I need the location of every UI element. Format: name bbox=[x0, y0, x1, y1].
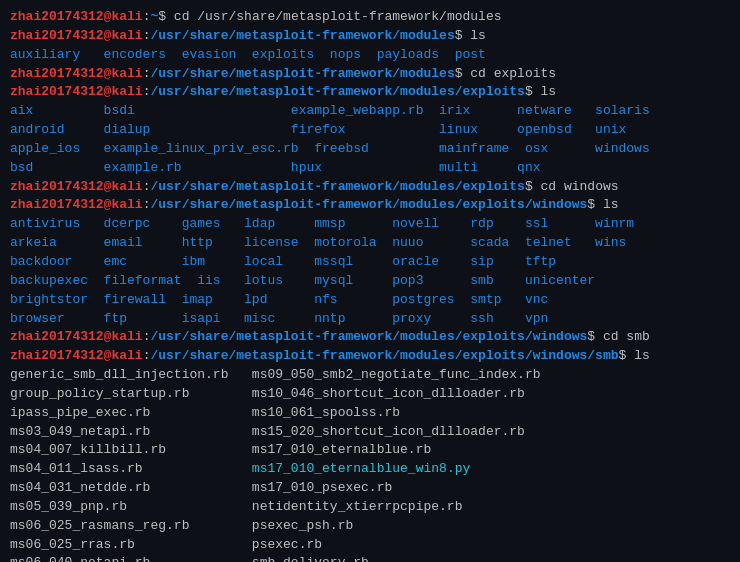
line-11: zhai20174312@kali:/usr/share/metasploit-… bbox=[10, 196, 730, 215]
line-23: ms03_049_netapi.rb ms15_020_shortcut_ico… bbox=[10, 423, 730, 442]
line-21: group_policy_startup.rb ms10_046_shortcu… bbox=[10, 385, 730, 404]
line-3: auxiliary encoders evasion exploits nops… bbox=[10, 46, 730, 65]
line-19: zhai20174312@kali:/usr/share/metasploit-… bbox=[10, 347, 730, 366]
line-1: zhai20174312@kali:~$ cd /usr/share/metas… bbox=[10, 8, 730, 27]
line-25: ms04_011_lsass.rb ms17_010_eternalblue_w… bbox=[10, 460, 730, 479]
line-24: ms04_007_killbill.rb ms17_010_eternalblu… bbox=[10, 441, 730, 460]
line-8: apple_ios example_linux_priv_esc.rb free… bbox=[10, 140, 730, 159]
line-27: ms05_039_pnp.rb netidentity_xtierrpcpipe… bbox=[10, 498, 730, 517]
line-30: ms06_040_netapi.rb smb_delivery.rb bbox=[10, 554, 730, 562]
line-14: backdoor emc ibm local mssql oracle sip … bbox=[10, 253, 730, 272]
line-7: android dialup firefox linux openbsd uni… bbox=[10, 121, 730, 140]
line-9: bsd example.rb hpux multi qnx bbox=[10, 159, 730, 178]
line-16: brightstor firewall imap lpd nfs postgre… bbox=[10, 291, 730, 310]
line-20: generic_smb_dll_injection.rb ms09_050_sm… bbox=[10, 366, 730, 385]
line-12: antivirus dcerpc games ldap mmsp novell … bbox=[10, 215, 730, 234]
line-28: ms06_025_rasmans_reg.rb psexec_psh.rb bbox=[10, 517, 730, 536]
line-18: zhai20174312@kali:/usr/share/metasploit-… bbox=[10, 328, 730, 347]
line-10: zhai20174312@kali:/usr/share/metasploit-… bbox=[10, 178, 730, 197]
line-15: backupexec fileformat iis lotus mysql po… bbox=[10, 272, 730, 291]
line-22: ipass_pipe_exec.rb ms10_061_spoolss.rb bbox=[10, 404, 730, 423]
line-6: aix bsdi example_webapp.rb irix netware … bbox=[10, 102, 730, 121]
terminal: zhai20174312@kali:~$ cd /usr/share/metas… bbox=[10, 8, 730, 562]
line-4: zhai20174312@kali:/usr/share/metasploit-… bbox=[10, 65, 730, 84]
line-2: zhai20174312@kali:/usr/share/metasploit-… bbox=[10, 27, 730, 46]
line-5: zhai20174312@kali:/usr/share/metasploit-… bbox=[10, 83, 730, 102]
line-26: ms04_031_netdde.rb ms17_010_psexec.rb bbox=[10, 479, 730, 498]
line-29: ms06_025_rras.rb psexec.rb bbox=[10, 536, 730, 555]
line-17: browser ftp isapi misc nntp proxy ssh vp… bbox=[10, 310, 730, 329]
line-13: arkeia email http license motorola nuuo … bbox=[10, 234, 730, 253]
